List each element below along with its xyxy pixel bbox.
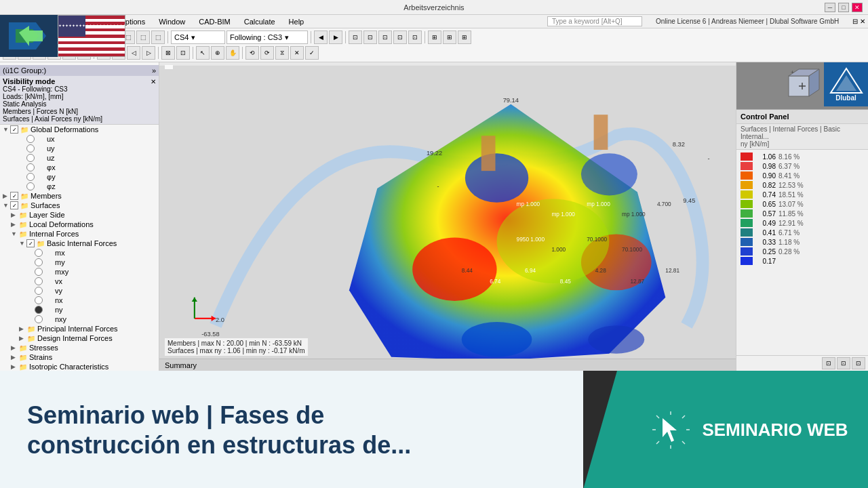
legend-row-6: 0.5711.85 % xyxy=(741,209,864,218)
svg-text:19.22: 19.22 xyxy=(427,150,442,157)
tb2-btn-select[interactable]: ↖ xyxy=(196,46,210,60)
tb-view-4[interactable]: ⊡ xyxy=(393,30,407,44)
window-title-bar: Arbeitsverzeichnis ─ □ ✕ xyxy=(0,0,868,15)
tree-item-9[interactable]: ▶📁Layer Side xyxy=(0,210,159,220)
control-panel-subtitle: Surfaces | Internal Forces | Basic Inter… xyxy=(741,125,864,140)
left-panel-toggle[interactable]: » xyxy=(152,66,156,75)
tb2-btn-13[interactable]: ⟲ xyxy=(245,46,259,60)
surfaces-info: Surfaces | max ny : 1.06 | min ny : -0.1… xyxy=(167,347,305,354)
tree-item-12[interactable]: ▼📁Basic Internal Forces xyxy=(0,239,159,248)
tree-item-15[interactable]: mxy xyxy=(0,267,159,277)
tb-btn-e[interactable]: ◀ xyxy=(314,30,328,44)
tb-view-2[interactable]: ⊡ xyxy=(363,30,377,44)
tb-view-5[interactable]: ⊡ xyxy=(408,30,422,44)
tb-tool-1[interactable]: ⊞ xyxy=(428,30,441,44)
dlubal-logo: Dlubal xyxy=(824,62,868,106)
svg-text:mp 1.000: mp 1.000 xyxy=(622,211,646,218)
svg-text:1.000: 1.000 xyxy=(551,246,566,253)
tree-item-22[interactable]: ▶📁Design Internal Forces xyxy=(0,333,159,343)
svg-text:12.81: 12.81 xyxy=(665,267,679,274)
tb-view-1[interactable]: ⊡ xyxy=(349,30,362,44)
tree-item-18[interactable]: nx xyxy=(0,296,159,305)
tree-item-0[interactable]: ▼📁Global Deformations xyxy=(0,125,159,134)
tree-item-24[interactable]: ▶📁Strains xyxy=(0,352,159,362)
tb-btn-c[interactable]: ⬚ xyxy=(136,30,150,44)
menu-calculate2[interactable]: Calculate xyxy=(241,18,278,26)
svg-marker-57 xyxy=(663,418,677,442)
tree-item-5[interactable]: φy xyxy=(0,172,159,182)
tree-item-17[interactable]: vy xyxy=(0,286,159,296)
tb2-btn-16[interactable]: ✕ xyxy=(290,46,304,60)
tree-item-7[interactable]: ▶📁Members xyxy=(0,191,159,201)
main-layout: (ü1C Group:) » Visibility mode ✕ CS4 - F… xyxy=(0,62,868,371)
tb-btn-d[interactable]: ⬚ xyxy=(151,30,165,44)
tb2-btn-17[interactable]: ✓ xyxy=(305,46,319,60)
close-button[interactable]: ✕ xyxy=(852,3,863,12)
legend-row-1: 0.986.37 % xyxy=(741,162,864,170)
banner-title-line1: Seminario web | Fases de xyxy=(27,401,411,430)
legend-row-0: 1.068.16 % xyxy=(741,152,864,161)
tree-item-14[interactable]: my xyxy=(0,258,159,267)
following-dropdown[interactable]: Following : CS3 ▾ xyxy=(226,30,308,44)
tb2-btn-zoom[interactable]: ⊕ xyxy=(211,46,224,60)
rp-btn-2[interactable]: ⊡ xyxy=(837,357,850,369)
visibility-close[interactable]: ✕ xyxy=(151,78,156,85)
tree-item-1[interactable]: ux xyxy=(0,134,159,144)
tb-tool-3[interactable]: ⊞ xyxy=(458,30,471,44)
window-controls[interactable]: ─ □ ✕ xyxy=(825,3,863,12)
toolbar-separator-4 xyxy=(167,31,168,43)
tree-item-3[interactable]: uz xyxy=(0,153,159,163)
svg-text:-: - xyxy=(437,183,439,190)
minimize-button[interactable]: ─ xyxy=(825,3,835,12)
menu-window[interactable]: Window xyxy=(156,18,188,26)
cs4-dropdown[interactable]: CS4 ▾ xyxy=(171,30,225,44)
svg-text:mp 1.000: mp 1.000 xyxy=(517,201,540,207)
svg-text:79.14: 79.14 xyxy=(503,97,519,104)
tree-item-21[interactable]: ▶📁Principal Internal Forces xyxy=(0,324,159,333)
tree-item-4[interactable]: φx xyxy=(0,163,159,172)
tree-item-25[interactable]: ▶📁Isotropic Characteristics xyxy=(0,362,159,371)
svg-point-6 xyxy=(462,322,532,357)
svg-text:-63.58: -63.58 xyxy=(201,331,219,338)
svg-text:8.44: 8.44 xyxy=(462,267,473,274)
tree-item-20[interactable]: nxy xyxy=(0,314,159,324)
svg-text:12.87: 12.87 xyxy=(631,278,645,285)
svg-marker-48 xyxy=(836,75,856,91)
tb2-btn-pan[interactable]: ✋ xyxy=(226,46,239,60)
rp-btn-1[interactable]: ⊡ xyxy=(822,357,835,369)
tree-item-13[interactable]: mx xyxy=(0,248,159,258)
tb-view-3[interactable]: ⊡ xyxy=(378,30,392,44)
tb2-btn-9[interactable]: ◁ xyxy=(127,46,140,60)
tb-btn-f[interactable]: ▶ xyxy=(329,30,342,44)
tb2-btn-15[interactable]: ⧖ xyxy=(275,46,289,60)
tree-item-2[interactable]: uy xyxy=(0,144,159,153)
visibility-analysis: Static Analysis xyxy=(3,100,156,108)
svg-line-55 xyxy=(656,441,659,444)
toolbar-area: ↩ ↪ 📄 📂 💾 🖨 ⬚ ⬚ ⬚ ⬚ CS4 ▾ Following : CS… xyxy=(0,28,868,62)
tree-item-6[interactable]: φz xyxy=(0,182,159,191)
tree-item-16[interactable]: vx xyxy=(0,277,159,286)
menu-cadbim[interactable]: CAD-BIM xyxy=(196,18,233,26)
tb-tool-2[interactable]: ⊞ xyxy=(443,30,456,44)
keyword-search-box[interactable]: Type a keyword [Alt+Q] xyxy=(547,16,642,26)
svg-text:2.0: 2.0 xyxy=(216,317,224,323)
tb2-btn-10[interactable]: ▷ xyxy=(142,46,155,60)
arrow-svg xyxy=(9,19,50,53)
tb2-btn-11[interactable]: ⊠ xyxy=(161,46,175,60)
tree-item-11[interactable]: ▼📁Internal Forces xyxy=(0,229,159,239)
tree-item-23[interactable]: ▶📁Stresses xyxy=(0,343,159,352)
menu-help[interactable]: Help xyxy=(286,18,307,26)
maximize-button[interactable]: □ xyxy=(838,3,849,12)
visibility-cs: CS4 - Following: CS3 xyxy=(3,85,156,93)
viewport[interactable]: 79.14 8.32 9.45 2.0 61.59+ 19.22 - - 2.0… xyxy=(159,62,736,371)
tb2-btn-14[interactable]: ⟳ xyxy=(260,46,274,60)
rp-btn-3[interactable]: ⊡ xyxy=(852,357,865,369)
tree-item-10[interactable]: ▶📁Local Deformations xyxy=(0,220,159,229)
tree-item-19[interactable]: ny xyxy=(0,305,159,314)
tree-container: ▼📁Global Deformationsuxuyuzφxφyφz▶📁Membe… xyxy=(0,125,159,371)
tree-item-8[interactable]: ▼📁Surfaces xyxy=(0,201,159,210)
tb2-btn-12[interactable]: ⊡ xyxy=(176,46,190,60)
svg-text:6.94: 6.94 xyxy=(525,267,536,274)
toolbar-separator-7 xyxy=(425,31,425,43)
toolbar2-sep-3 xyxy=(193,47,193,59)
